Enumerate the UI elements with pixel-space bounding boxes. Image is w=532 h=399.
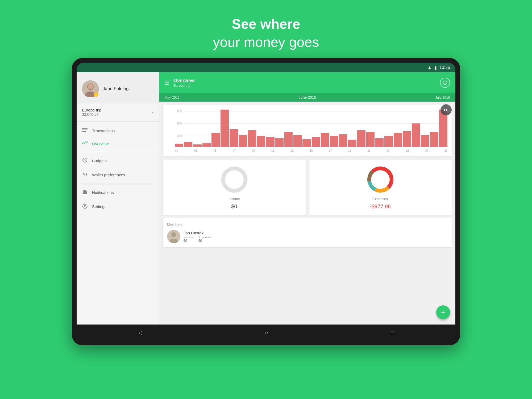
bar-28	[430, 132, 438, 147]
status-bar: ▲ ▮ 10:26	[77, 63, 455, 72]
x-label-23: 23	[387, 149, 390, 152]
hamburger-icon[interactable]: ☰	[164, 80, 169, 86]
svg-rect-5	[82, 130, 88, 130]
svg-point-23	[373, 173, 387, 186]
expenses-value: -$977.96	[370, 203, 391, 210]
bar-0	[175, 144, 183, 147]
sidebar-item-overview[interactable]: Overview	[77, 137, 159, 150]
profile-name: Jane Folding	[103, 86, 128, 92]
overview-icon	[82, 141, 88, 147]
bar-5	[221, 110, 229, 147]
expenses-donut-chart	[366, 165, 395, 194]
wallet-amount: $2,070.87	[82, 112, 101, 117]
battery-icon: ▮	[434, 65, 437, 70]
fab-add-button[interactable]: +	[436, 305, 450, 319]
expenses-stat-label: Expenses	[198, 236, 211, 239]
wallet-section[interactable]: Europe trip $2,070.87 ▾	[77, 103, 159, 122]
sidebar-item-wallet-preferences[interactable]: Wallet preferences	[77, 168, 159, 182]
x-label-13: 13	[290, 149, 293, 152]
page-subtitle: Europe trip	[173, 84, 436, 88]
recents-button[interactable]: □	[385, 327, 399, 338]
member-stats: Income 60 Expenses 60	[184, 236, 211, 243]
bar-26	[412, 123, 420, 147]
content-area: ⏭ 900 600	[159, 102, 455, 325]
x-label-25: 25	[406, 149, 409, 152]
bar-19	[348, 140, 356, 147]
sidebar-item-notifications[interactable]: Notifications	[77, 185, 159, 200]
bar-6	[230, 129, 238, 147]
overview-label: Overview	[92, 142, 109, 146]
bar-9	[257, 136, 265, 147]
x-label-21: 21	[367, 149, 370, 152]
expenses-card: Expenses -$977.96	[309, 160, 452, 215]
fast-forward-button[interactable]: ⏭	[440, 104, 452, 115]
top-bar-title: Overview Europe trip	[173, 78, 436, 88]
member-avatar	[167, 230, 180, 243]
bottom-navigation-bar: ◁ ○ □	[77, 325, 455, 340]
bar-13	[293, 135, 302, 147]
svg-point-3	[88, 84, 93, 89]
bar-8	[248, 130, 256, 147]
x-label-17: 17	[329, 149, 332, 152]
bar-17	[330, 136, 338, 147]
x-label-05: 05	[214, 149, 217, 152]
sidebar-item-budgets[interactable]: $ Budgets	[77, 154, 159, 168]
bar-25	[403, 131, 411, 147]
bar-18	[339, 134, 347, 147]
wallet-prefs-icon	[82, 172, 88, 178]
bar-2	[193, 144, 201, 147]
back-button[interactable]: ◁	[133, 327, 147, 338]
member-info: Jan Castek Income 60 Expenses 60	[184, 231, 211, 243]
bar-11	[275, 138, 284, 147]
avatar-badge: ⭐	[94, 92, 98, 97]
income-label: Income	[228, 197, 240, 201]
member-expenses-stat: Expenses 60	[198, 236, 211, 243]
bar-15	[312, 137, 320, 147]
top-bar: ☰ Overview Europe trip	[159, 72, 455, 93]
x-axis-labels: 01 03 05 07 09 11 13 15 17 19 21	[175, 149, 447, 152]
history-button[interactable]	[440, 78, 450, 88]
nav-divider-1	[82, 152, 154, 152]
transactions-label: Transactions	[92, 128, 115, 133]
svg-point-18	[227, 173, 241, 186]
notifications-icon	[82, 189, 88, 196]
svg-point-25	[171, 232, 176, 237]
svg-point-15	[84, 205, 86, 207]
x-label-27: 27	[425, 149, 428, 152]
promo-line2: your money goes	[213, 34, 319, 50]
sidebar-item-transactions[interactable]: Transactions	[77, 124, 159, 137]
member-name: Jan Castek	[184, 231, 211, 235]
bar-21	[366, 132, 375, 147]
bar-chart-card: 900 600 300	[163, 105, 452, 156]
budgets-label: Budgets	[92, 159, 107, 163]
bars-container	[175, 110, 447, 147]
x-label-15: 15	[310, 149, 313, 152]
page-title: Overview	[173, 78, 436, 84]
wallet-name: Europe trip	[82, 108, 101, 112]
income-donut-chart	[220, 165, 249, 194]
x-label-03: 03	[194, 149, 197, 152]
sidebar-item-settings[interactable]: Settings	[77, 200, 159, 214]
x-label-19: 19	[348, 149, 351, 152]
wifi-icon: ▲	[427, 65, 432, 70]
svg-point-13	[84, 174, 85, 175]
x-label-29: 29	[444, 149, 447, 152]
avatar-container: ⭐	[82, 80, 99, 97]
budgets-icon: $	[82, 157, 88, 164]
settings-icon	[82, 203, 88, 210]
bar-4	[211, 133, 220, 147]
svg-point-14	[86, 174, 87, 176]
sidebar-profile: ⭐ Jane Folding	[77, 72, 159, 103]
svg-point-12	[83, 173, 84, 174]
dropdown-arrow-icon: ▾	[152, 110, 154, 114]
wallet-prefs-label: Wallet preferences	[92, 173, 125, 177]
app-body: ⭐ Jane Folding Europe trip $2,070.87 ▾	[77, 72, 455, 325]
bar-16	[321, 133, 329, 147]
income-stat-label: Income	[184, 236, 193, 239]
members-title: Members	[167, 222, 447, 227]
home-button[interactable]: ○	[259, 327, 273, 338]
bar-10	[266, 137, 274, 147]
x-label-07: 07	[233, 149, 236, 152]
transactions-icon	[82, 128, 88, 134]
bar-24	[394, 133, 402, 147]
